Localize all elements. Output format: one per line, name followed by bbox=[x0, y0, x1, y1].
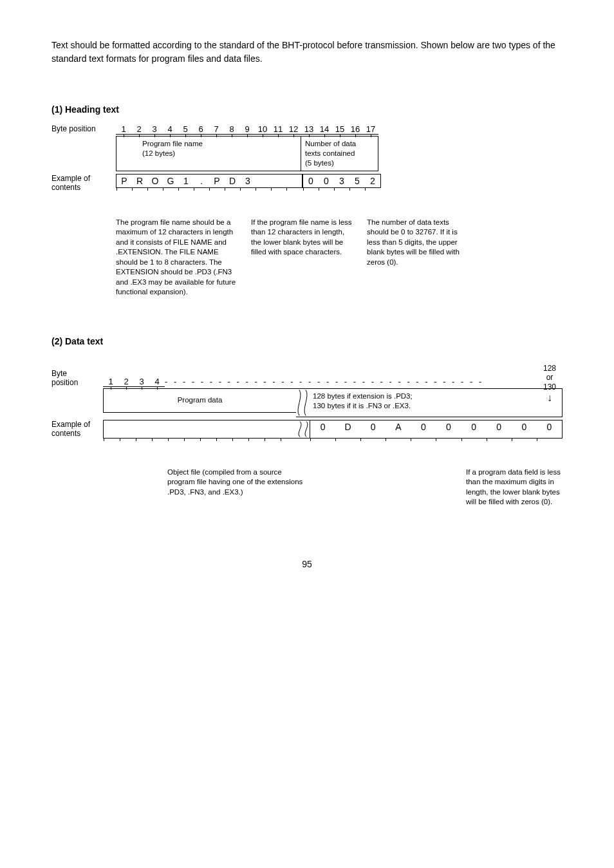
page-number: 95 bbox=[51, 559, 563, 569]
byte-num: 9 bbox=[239, 124, 255, 135]
content-cell bbox=[216, 420, 232, 439]
note2-1: Object file (compiled from a source prog… bbox=[167, 467, 309, 507]
byte-num: 8 bbox=[224, 124, 239, 135]
arrow-down-icon: ↓ bbox=[543, 392, 556, 404]
byte-num: 7 bbox=[209, 124, 224, 135]
example-contents-row: P R O G 1 . P D 3 0 0 3 5 2 bbox=[116, 174, 381, 188]
tr-l3: 130 bbox=[543, 382, 556, 392]
note3: The number of data texts should be 0 to … bbox=[367, 218, 470, 297]
note2: If the program file name is less than 12… bbox=[251, 218, 354, 297]
byte-num: 1 bbox=[103, 377, 118, 387]
byte-num: 3 bbox=[147, 124, 162, 135]
content-cell: 0 bbox=[461, 420, 487, 439]
content-cell: 0 bbox=[302, 174, 319, 188]
content-cell: 0 bbox=[310, 420, 335, 439]
content-cell: R bbox=[132, 174, 147, 188]
content-cell bbox=[248, 420, 265, 439]
byte-num: 3 bbox=[134, 377, 149, 387]
byte-num: 16 bbox=[348, 124, 363, 135]
content-cell: 0 bbox=[319, 174, 334, 188]
byte-num: 10 bbox=[255, 124, 270, 135]
example-label-l2: contents bbox=[51, 183, 116, 192]
content-cell: 5 bbox=[349, 174, 365, 188]
section2-title: (2) Data text bbox=[51, 336, 563, 346]
box-right-l1: 128 bytes if extension is .PD3; bbox=[313, 392, 558, 401]
content-cell bbox=[200, 420, 216, 439]
content-cell bbox=[168, 420, 184, 439]
content-cell bbox=[152, 420, 168, 439]
byte-positions-row: 1 2 3 4 5 6 7 8 9 10 11 12 13 14 15 16 1… bbox=[116, 124, 378, 135]
content-cell: 0 bbox=[436, 420, 461, 439]
byte-num: 2 bbox=[118, 377, 134, 387]
tr-l1: 128 bbox=[543, 364, 556, 373]
break-icon bbox=[296, 388, 309, 417]
content-cell bbox=[232, 420, 248, 439]
byte-num: 4 bbox=[149, 377, 165, 387]
content-cell: 0 bbox=[487, 420, 512, 439]
content-cell: O bbox=[147, 174, 163, 188]
content-cell bbox=[120, 420, 136, 439]
content-cell: 3 bbox=[334, 174, 349, 188]
byte-label-l1: Byte bbox=[51, 369, 103, 378]
byte-num: 15 bbox=[332, 124, 348, 135]
content-cell bbox=[286, 174, 302, 188]
byte-num: 4 bbox=[162, 124, 178, 135]
content-cell bbox=[136, 420, 152, 439]
content-cell: P bbox=[209, 174, 225, 188]
content-cell: G bbox=[163, 174, 178, 188]
example2-label-l1: Example of bbox=[51, 420, 103, 429]
content-cell: 2 bbox=[365, 174, 381, 188]
content-cell: 0 bbox=[411, 420, 436, 439]
description-boxes: Program file name (12 bytes) Number of d… bbox=[116, 136, 378, 171]
content-cell: . bbox=[194, 174, 209, 188]
box1-line2: (12 bytes) bbox=[142, 149, 297, 158]
content-cell bbox=[265, 420, 281, 439]
content-cell bbox=[256, 174, 271, 188]
byte-num: 5 bbox=[178, 124, 193, 135]
example2-label-l2: contents bbox=[51, 429, 103, 438]
content-cell: 0 bbox=[360, 420, 386, 439]
content-cell bbox=[271, 174, 286, 188]
note2-2: If a program data field is less than the… bbox=[466, 467, 563, 507]
content-cell: D bbox=[225, 174, 240, 188]
content-cell: 1 bbox=[178, 174, 194, 188]
byte-num: 12 bbox=[286, 124, 301, 135]
note1: The program file name should be a maximu… bbox=[116, 218, 238, 297]
content-cell: P bbox=[116, 174, 132, 188]
content-cell bbox=[103, 420, 120, 439]
content-cell: 0 bbox=[512, 420, 537, 439]
content-cell bbox=[184, 420, 200, 439]
intro-paragraph: Text should be formatted according to th… bbox=[51, 39, 563, 66]
byte-num: 13 bbox=[301, 124, 317, 135]
byte-num: 17 bbox=[363, 124, 378, 135]
byte-num: 14 bbox=[317, 124, 332, 135]
example-label-l1: Example of bbox=[51, 174, 116, 183]
byte-num: 2 bbox=[131, 124, 147, 135]
content-cell bbox=[281, 420, 297, 439]
content-cell: A bbox=[386, 420, 411, 439]
byte-num: 6 bbox=[193, 124, 209, 135]
box1-line1: Program file name bbox=[142, 139, 297, 149]
program-data-box: Program data bbox=[103, 388, 296, 413]
content-cell: D bbox=[335, 420, 360, 439]
byte-num: 11 bbox=[270, 124, 286, 135]
section1-title: (1) Heading text bbox=[51, 104, 563, 115]
box2-line1: Number of data bbox=[305, 139, 374, 149]
box2-line2: texts contained bbox=[305, 149, 374, 158]
content-cell: 0 bbox=[537, 420, 563, 439]
top-right-label: 128 or 130 ↓ bbox=[543, 364, 556, 404]
box2-line3: (5 bytes) bbox=[305, 158, 374, 168]
box-right-l2: 130 bytes if it is .FN3 or .EX3. bbox=[313, 401, 558, 411]
byte-position-label: Byte position bbox=[51, 124, 116, 133]
dashes: - - - - - - - - - - - - - - - - - - - - … bbox=[165, 374, 563, 387]
content-cell: 3 bbox=[240, 174, 256, 188]
tr-l2: or bbox=[543, 373, 556, 382]
byte-label-l2: position bbox=[51, 378, 103, 387]
byte-num: 1 bbox=[116, 124, 131, 135]
break-icon bbox=[297, 420, 310, 439]
